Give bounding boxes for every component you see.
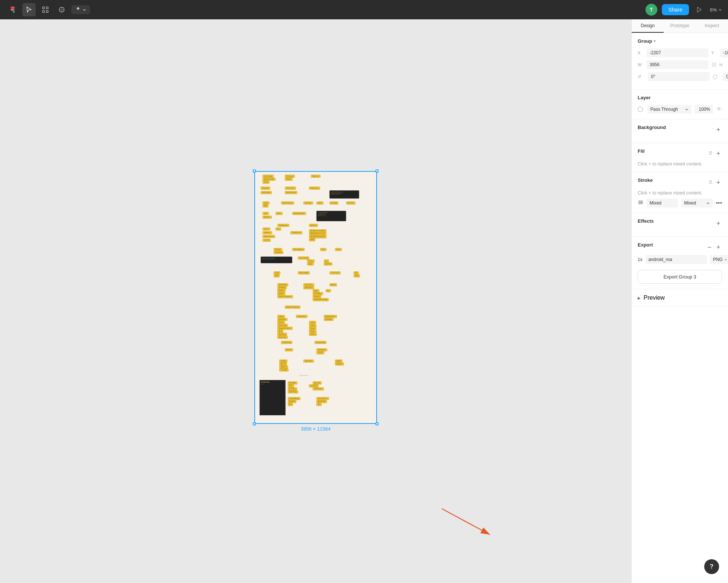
rotation-label: ↺ bbox=[638, 74, 645, 79]
toolbar-left bbox=[6, 3, 90, 16]
preview-chevron-icon: ▶ bbox=[638, 296, 641, 300]
svg-rect-2 bbox=[43, 11, 45, 13]
handle-bottom-right[interactable] bbox=[376, 422, 379, 425]
frame-size-label: 3956 × 11564 bbox=[301, 426, 331, 432]
tab-design[interactable]: Design bbox=[632, 19, 664, 33]
selected-frame: Vector Drawable Frame Layout Regular Vie… bbox=[254, 171, 377, 424]
mixed-chevron-icon bbox=[706, 201, 710, 205]
visibility-icon[interactable]: 👁 bbox=[716, 106, 722, 113]
fill-placeholder: Click + to replace mixed content. bbox=[638, 161, 722, 167]
svg-rect-1 bbox=[46, 7, 48, 9]
blend-mode-select[interactable]: Pass Through bbox=[647, 105, 692, 114]
stroke-title: Stroke bbox=[638, 177, 653, 183]
blend-chevron-icon bbox=[685, 107, 689, 111]
stroke-mixed-row: Mixed Mixed ••• bbox=[638, 199, 722, 207]
design-inner: Vector Drawable Frame Layout Regular Vie… bbox=[255, 172, 376, 423]
component-dropdown[interactable] bbox=[71, 5, 90, 14]
background-header: Background + bbox=[638, 125, 722, 135]
export-group-button[interactable]: Export Group 3 bbox=[638, 270, 722, 284]
arrow-indicator bbox=[434, 501, 509, 546]
svg-marker-6 bbox=[698, 7, 702, 12]
preview-title: Preview bbox=[644, 294, 665, 301]
fill-grid-icon[interactable]: ⠿ bbox=[709, 151, 712, 156]
background-section: Background + bbox=[632, 119, 728, 143]
preview-section: ▶ Preview bbox=[632, 289, 728, 307]
stroke-placeholder: Click + to replace mixed content. bbox=[638, 190, 722, 196]
svg-rect-0 bbox=[43, 7, 45, 9]
stroke-mixed-select[interactable]: Mixed bbox=[681, 199, 713, 207]
opacity-input[interactable] bbox=[695, 105, 713, 114]
effects-title: Effects bbox=[638, 218, 654, 224]
export-filename[interactable] bbox=[645, 255, 707, 264]
export-add-button[interactable]: + bbox=[715, 244, 722, 251]
figma-logo-icon[interactable] bbox=[6, 3, 19, 16]
tab-inspect[interactable]: Inspect bbox=[696, 19, 728, 33]
toolbar: T Share 6% bbox=[0, 0, 728, 19]
right-panel: Design Prototype Inspect Group ▾ X Y W ⛓ bbox=[631, 19, 728, 583]
effects-header: Effects + bbox=[638, 218, 722, 228]
tab-prototype[interactable]: Prototype bbox=[664, 19, 696, 33]
effects-section: Effects + bbox=[632, 213, 728, 237]
svg-rect-10 bbox=[638, 203, 643, 204]
stroke-lines-icon bbox=[638, 199, 644, 207]
export-row: 1x PNG ••• bbox=[638, 255, 722, 264]
blend-circle-icon bbox=[638, 107, 643, 112]
shape-tool[interactable] bbox=[55, 3, 68, 16]
user-avatar[interactable]: T bbox=[645, 4, 657, 16]
zoom-control[interactable]: 6% bbox=[710, 7, 722, 13]
svg-rect-8 bbox=[638, 201, 643, 202]
stroke-more-button[interactable]: ••• bbox=[716, 200, 722, 206]
stroke-add-button[interactable]: + bbox=[715, 179, 722, 186]
handle-top-left[interactable] bbox=[253, 170, 256, 173]
play-button[interactable] bbox=[693, 4, 705, 16]
format-select[interactable]: PNG bbox=[710, 255, 728, 264]
w-label: W bbox=[638, 62, 644, 67]
y-input[interactable] bbox=[720, 48, 728, 57]
handle-top-right[interactable] bbox=[376, 170, 379, 173]
layer-title: Layer bbox=[638, 95, 722, 100]
svg-rect-5 bbox=[77, 7, 80, 10]
layer-row: Pass Through 👁 bbox=[638, 105, 722, 114]
fill-title: Fill bbox=[638, 148, 645, 154]
cursor-tool[interactable] bbox=[22, 3, 36, 16]
rotation-input[interactable] bbox=[648, 72, 710, 81]
export-scale: 1x bbox=[638, 257, 642, 262]
stroke-mixed-value[interactable]: Mixed bbox=[647, 199, 678, 207]
stroke-section: Stroke ⠿ + Click + to replace mixed cont… bbox=[632, 172, 728, 213]
x-input[interactable] bbox=[647, 48, 708, 57]
layer-section: Layer Pass Through 👁 bbox=[632, 90, 728, 119]
stroke-header: Stroke ⠿ + bbox=[638, 177, 722, 187]
background-title: Background bbox=[638, 125, 666, 130]
export-minus-button[interactable]: − bbox=[706, 244, 713, 251]
frame-tool[interactable] bbox=[39, 3, 52, 16]
canvas-area[interactable]: Vector Drawable Frame Layout Regular Vie… bbox=[0, 19, 631, 583]
fill-section: Fill ⠿ + Click + to replace mixed conten… bbox=[632, 143, 728, 172]
rotation-row: ↺ ◯ ⊡ bbox=[638, 72, 722, 81]
lock-icon[interactable]: ⛓ bbox=[711, 62, 716, 68]
svg-rect-9 bbox=[638, 202, 643, 203]
help-button[interactable]: ? bbox=[704, 559, 719, 574]
canvas-content: Vector Drawable Frame Layout Regular Vie… bbox=[254, 171, 377, 432]
design-frame[interactable]: Vector Drawable Frame Layout Regular Vie… bbox=[254, 171, 377, 424]
toolbar-right: T Share 6% bbox=[645, 4, 722, 16]
preview-row[interactable]: ▶ Preview bbox=[638, 294, 722, 301]
group-chevron[interactable]: ▾ bbox=[654, 39, 655, 43]
svg-rect-3 bbox=[46, 11, 48, 13]
group-section: Group ▾ X Y W ⛓ H ⊡ ↺ bbox=[632, 33, 728, 90]
w-input[interactable] bbox=[647, 60, 708, 69]
export-section: Export − + 1x PNG ••• Export Group 3 bbox=[632, 237, 728, 289]
effects-add-button[interactable]: + bbox=[715, 220, 722, 227]
panel-tabs: Design Prototype Inspect bbox=[632, 19, 728, 33]
main-layout: Vector Drawable Frame Layout Regular Vie… bbox=[0, 19, 728, 583]
corner-input[interactable] bbox=[723, 72, 728, 81]
x-label: X bbox=[638, 51, 644, 55]
stroke-grid-icon[interactable]: ⠿ bbox=[709, 180, 712, 185]
background-add-button[interactable]: + bbox=[715, 126, 722, 133]
xy-row: X Y bbox=[638, 48, 722, 57]
fill-add-button[interactable]: + bbox=[715, 150, 722, 157]
handle-bottom-left[interactable] bbox=[253, 422, 256, 425]
y-label: Y bbox=[711, 51, 717, 55]
group-title: Group ▾ bbox=[638, 38, 722, 44]
wh-row: W ⛓ H ⊡ bbox=[638, 60, 722, 69]
share-button[interactable]: Share bbox=[662, 4, 689, 15]
